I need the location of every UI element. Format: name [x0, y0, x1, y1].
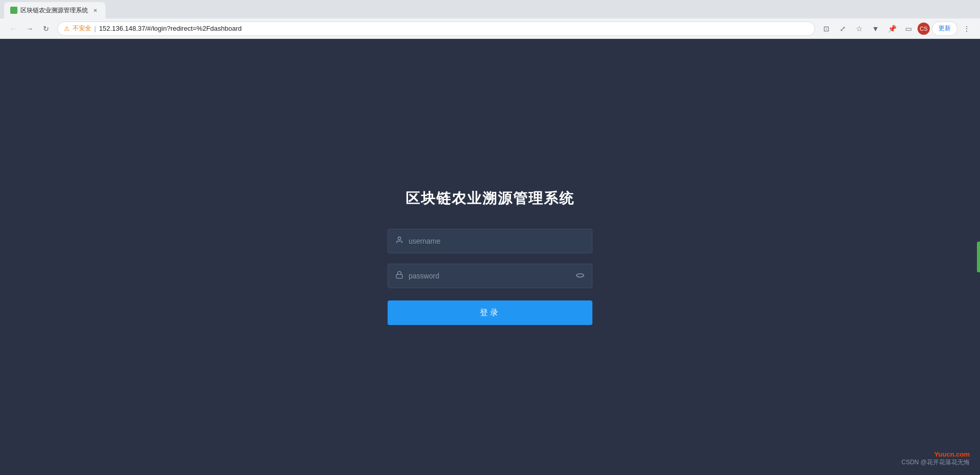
share-button[interactable]: ⤢: [836, 21, 850, 36]
login-button[interactable]: 登录: [388, 300, 592, 325]
app-title: 区块链农业溯源管理系统: [406, 189, 574, 208]
password-form-group: [388, 264, 592, 288]
forward-button[interactable]: →: [23, 21, 37, 36]
browser-actions: ⊡ ⤢ ☆ ▼ 📌 ▭ CS 更新 ⋮: [819, 21, 974, 36]
nav-buttons: ← → ↻: [6, 21, 53, 36]
update-button[interactable]: 更新: [932, 21, 957, 36]
watermark-author: CSDN @花开花落花无悔: [901, 458, 970, 467]
profile-button[interactable]: CS: [918, 23, 930, 35]
extension1-button[interactable]: ▼: [868, 21, 883, 36]
warning-icon: ⚠: [64, 25, 70, 32]
login-container: 区块链农业溯源管理系统: [388, 189, 592, 325]
insecure-label: 不安全: [73, 24, 91, 33]
layout-button[interactable]: ▭: [901, 21, 915, 36]
tab-bar: 区块链农业溯源管理系统 ✕: [0, 0, 980, 18]
tab-title: 区块链农业溯源管理系统: [20, 6, 88, 15]
address-bar[interactable]: ⚠ 不安全 | 152.136.148.37/#/login?redirect=…: [57, 21, 815, 36]
side-decoration-bar: [977, 242, 980, 272]
password-input[interactable]: [409, 272, 571, 280]
bookmark-button[interactable]: ☆: [852, 21, 866, 36]
extension2-button[interactable]: 📌: [885, 21, 899, 36]
browser-toolbar: ← → ↻ ⚠ 不安全 | 152.136.148.37/#/login?red…: [0, 18, 980, 39]
address-separator: |: [94, 25, 96, 32]
active-tab[interactable]: 区块链农业溯源管理系统 ✕: [4, 2, 105, 18]
screenshot-button[interactable]: ⊡: [819, 21, 834, 36]
tab-favicon: [10, 7, 17, 14]
lock-icon: [395, 271, 403, 281]
username-input-wrapper: [388, 229, 592, 253]
watermark: Yuucn.com CSDN @花开花落花无悔: [901, 450, 970, 467]
main-content: 区块链农业溯源管理系统: [0, 39, 980, 475]
svg-point-0: [398, 237, 400, 240]
url-text: 152.136.148.37/#/login?redirect=%2Fdashb…: [99, 25, 242, 32]
svg-rect-1: [396, 274, 402, 278]
username-form-group: [388, 229, 592, 253]
user-icon: [395, 236, 403, 246]
username-input[interactable]: [409, 237, 585, 245]
menu-button[interactable]: ⋮: [960, 21, 974, 36]
back-button[interactable]: ←: [6, 21, 20, 36]
reload-button[interactable]: ↻: [39, 21, 53, 36]
watermark-site: Yuucn.com: [901, 450, 970, 458]
toggle-password-icon[interactable]: [576, 271, 585, 280]
tab-close-button[interactable]: ✕: [91, 6, 99, 14]
password-input-wrapper: [388, 264, 592, 288]
